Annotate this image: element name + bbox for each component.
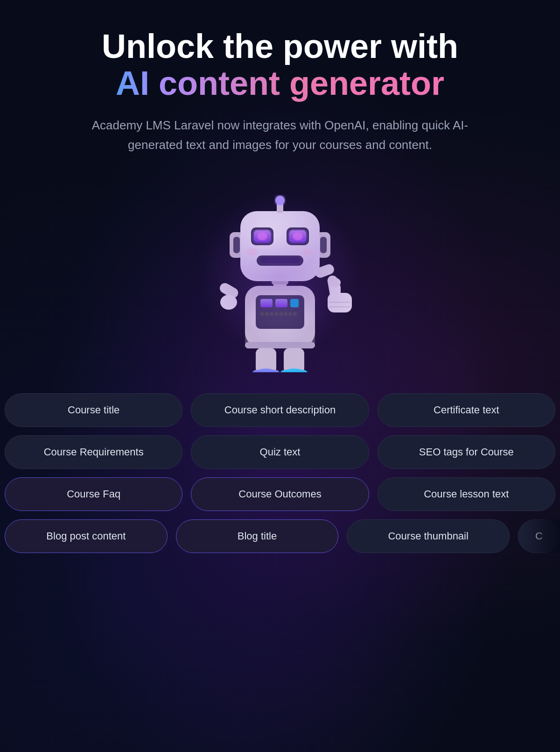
blog-post-content-button[interactable]: Blog post content xyxy=(5,519,168,553)
robot-illustration xyxy=(182,174,378,375)
headline-line2: AI content generator xyxy=(102,65,458,102)
course-lesson-text-button[interactable]: Course lesson text xyxy=(378,477,555,511)
course-faq-button[interactable]: Course Faq xyxy=(5,477,182,511)
headline-generator: generator xyxy=(289,64,444,102)
certificate-text-button[interactable]: Certificate text xyxy=(378,393,555,427)
course-requirements-button[interactable]: Course Requirements xyxy=(5,435,182,469)
feature-buttons-grid: Course title Course short description Ce… xyxy=(0,384,560,553)
hero-subtitle: Academy LMS Laravel now integrates with … xyxy=(89,116,471,155)
blog-title-button[interactable]: Blog title xyxy=(176,519,339,553)
quiz-text-button[interactable]: Quiz text xyxy=(191,435,369,469)
headline-content: content xyxy=(159,64,289,102)
headline-line1: Unlock the power with xyxy=(102,28,458,65)
course-title-button[interactable]: Course title xyxy=(5,393,182,427)
svg-rect-32 xyxy=(280,370,308,372)
seo-tags-course-button[interactable]: SEO tags for Course xyxy=(378,435,555,469)
svg-rect-28 xyxy=(252,370,280,372)
course-outcomes-button[interactable]: Course Outcomes xyxy=(191,477,369,511)
buttons-row-3: Course Faq Course Outcomes Course lesson… xyxy=(0,477,560,511)
extra-button[interactable]: C xyxy=(518,519,560,553)
buttons-row-1: Course title Course short description Ce… xyxy=(0,393,560,427)
course-short-description-button[interactable]: Course short description xyxy=(191,393,369,427)
course-thumbnail-button[interactable]: Course thumbnail xyxy=(347,519,510,553)
headline-ai: AI xyxy=(116,64,159,102)
hero-headline: Unlock the power with AI content generat… xyxy=(64,28,496,102)
buttons-row-4: Blog post content Blog title Course thum… xyxy=(0,519,560,553)
buttons-row-2: Course Requirements Quiz text SEO tags f… xyxy=(0,435,560,469)
